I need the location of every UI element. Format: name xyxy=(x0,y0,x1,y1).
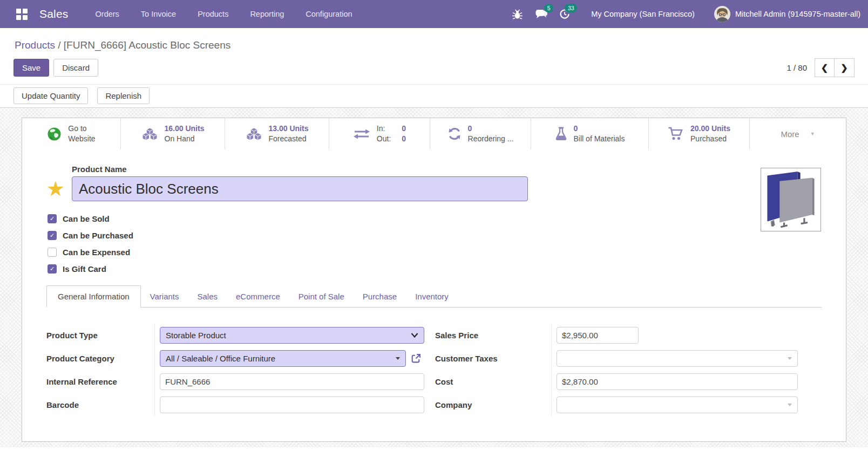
cubes-icon xyxy=(246,127,262,141)
reordering-value: 0 xyxy=(468,124,514,134)
purchased-value: 20.00 Units xyxy=(690,124,730,134)
menu-configuration[interactable]: Configuration xyxy=(306,10,352,18)
tab-ecommerce[interactable]: eCommerce xyxy=(227,286,289,307)
is-gift-card-label: Is Gift Card xyxy=(63,264,106,274)
user-name: Mitchell Admin (9145975-master-all) xyxy=(735,10,860,18)
purchased-label: Purchased xyxy=(690,134,730,144)
barcode-input[interactable] xyxy=(160,397,424,413)
general-information-form: Product Type Storable Product Product Ca… xyxy=(46,324,822,416)
dropdown-caret-icon xyxy=(788,404,792,406)
tab-sales[interactable]: Sales xyxy=(188,286,227,307)
more-dropdown-button[interactable]: More ▼ xyxy=(749,118,846,149)
company-input[interactable] xyxy=(557,397,798,413)
bill-of-materials-button[interactable]: 0Bill of Materials xyxy=(531,118,648,149)
go-to-website-button[interactable]: Go toWebsite xyxy=(22,118,120,149)
user-avatar xyxy=(714,6,730,22)
more-label: More xyxy=(781,129,799,139)
company-switcher[interactable]: My Company (San Francisco) xyxy=(591,10,695,18)
tab-inventory[interactable]: Inventory xyxy=(406,286,458,307)
apps-menu-icon[interactable] xyxy=(16,9,28,20)
product-name-input[interactable] xyxy=(72,176,528,201)
transfer-arrows-icon xyxy=(353,127,370,141)
purchased-button[interactable]: 20.00 UnitsPurchased xyxy=(648,118,749,149)
messages-badge: 5 xyxy=(544,4,553,12)
customer-taxes-input[interactable] xyxy=(557,350,798,367)
cost-label: Cost xyxy=(435,377,551,386)
product-type-select[interactable]: Storable Product xyxy=(160,327,424,344)
forecasted-button[interactable]: 13.00 UnitsForecasted xyxy=(225,118,329,149)
menu-products[interactable]: Products xyxy=(198,10,228,18)
menu-reporting[interactable]: Reporting xyxy=(250,10,284,18)
in-out-button[interactable]: In: 0 Out: 0 xyxy=(329,118,430,149)
user-menu[interactable]: Mitchell Admin (9145975-master-all) xyxy=(714,6,860,22)
on-hand-label: On Hand xyxy=(165,134,205,144)
chevron-down-icon: ▼ xyxy=(810,131,815,136)
cart-icon xyxy=(668,127,684,141)
update-quantity-button[interactable]: Update Quantity xyxy=(13,87,88,104)
menu-to-invoice[interactable]: To Invoice xyxy=(141,10,176,18)
product-category-input[interactable]: All / Saleable / Office Furniture xyxy=(160,350,406,367)
can-be-sold-row[interactable]: ✓ Can be Sold xyxy=(48,214,822,223)
debug-bug-icon[interactable] xyxy=(508,5,526,23)
notebook-tabs: General Information Variants Sales eComm… xyxy=(46,285,822,308)
dropdown-caret-icon xyxy=(788,357,792,360)
cost-input[interactable] xyxy=(557,373,798,390)
pager-next-button[interactable]: ❯ xyxy=(835,58,855,77)
favorite-star-icon[interactable]: ★ xyxy=(46,179,72,199)
form-view-background: Go toWebsite 16.00 UnitsOn Hand xyxy=(0,108,868,447)
can-be-purchased-checkbox[interactable]: ✓ xyxy=(48,231,57,240)
tab-point-of-sale[interactable]: Point of Sale xyxy=(289,286,354,307)
forecasted-label: Forecasted xyxy=(269,134,309,144)
pager-previous-button[interactable]: ❮ xyxy=(815,58,835,77)
out-label: Out: xyxy=(377,134,391,144)
forecasted-value: 13.00 Units xyxy=(269,124,309,134)
external-link-icon[interactable] xyxy=(410,353,422,364)
pager: 1 / 80 ❮ ❯ xyxy=(786,58,855,77)
messages-icon[interactable]: 5 xyxy=(532,5,550,23)
barcode-label: Barcode xyxy=(46,400,154,409)
product-form-sheet: Go toWebsite 16.00 UnitsOn Hand xyxy=(22,118,846,442)
internal-reference-label: Internal Reference xyxy=(46,377,154,386)
product-category-label: Product Category xyxy=(46,354,154,363)
product-name-label: Product Name xyxy=(72,165,822,174)
internal-reference-input[interactable] xyxy=(160,373,424,390)
tab-purchase[interactable]: Purchase xyxy=(354,286,406,307)
can-be-expensed-label: Can be Expensed xyxy=(63,248,130,257)
can-be-sold-label: Can be Sold xyxy=(63,214,110,223)
bug-icon xyxy=(512,9,523,20)
activities-icon[interactable]: 33 xyxy=(555,5,574,23)
on-hand-button[interactable]: 16.00 UnitsOn Hand xyxy=(120,118,225,149)
can-be-purchased-row[interactable]: ✓ Can be Purchased xyxy=(48,231,822,240)
statusbar: Update Quantity Replenish xyxy=(0,84,868,108)
menu-orders[interactable]: Orders xyxy=(96,10,119,18)
in-value: 0 xyxy=(402,124,406,134)
breadcrumb: Products / [FURN_6666] Acoustic Bloc Scr… xyxy=(15,39,868,51)
can-be-expensed-checkbox[interactable] xyxy=(48,248,57,257)
is-gift-card-checkbox[interactable]: ✓ xyxy=(48,264,57,274)
breadcrumb-current: [FURN_6666] Acoustic Bloc Screens xyxy=(64,39,230,51)
main-menu: Orders To Invoice Products Reporting Con… xyxy=(96,10,352,18)
out-value: 0 xyxy=(402,134,406,144)
in-label: In: xyxy=(377,124,391,134)
breadcrumb-products-link[interactable]: Products xyxy=(15,39,55,51)
product-image[interactable] xyxy=(761,168,821,231)
product-type-label: Product Type xyxy=(46,331,154,340)
product-category-value: All / Saleable / Office Furniture xyxy=(166,354,396,363)
reordering-rules-button[interactable]: 0Reordering ... xyxy=(430,118,531,149)
pager-count: 1 / 80 xyxy=(786,63,807,72)
goto-line1: Go to xyxy=(68,124,95,134)
select-chevron-icon xyxy=(411,333,418,338)
tab-variants[interactable]: Variants xyxy=(141,286,188,307)
app-name[interactable]: Sales xyxy=(39,8,69,20)
breadcrumb-separator: / xyxy=(55,39,64,51)
sales-price-input[interactable] xyxy=(557,327,639,344)
can-be-expensed-row[interactable]: Can be Expensed xyxy=(48,248,822,257)
discard-button[interactable]: Discard xyxy=(53,59,98,77)
stat-button-box: Go toWebsite 16.00 UnitsOn Hand xyxy=(22,118,846,149)
tab-general-information[interactable]: General Information xyxy=(46,285,141,308)
can-be-sold-checkbox[interactable]: ✓ xyxy=(48,214,57,223)
bom-label: Bill of Materials xyxy=(574,134,625,144)
replenish-button[interactable]: Replenish xyxy=(97,87,150,104)
save-button[interactable]: Save xyxy=(13,59,49,77)
is-gift-card-row[interactable]: ✓ Is Gift Card xyxy=(48,264,822,274)
